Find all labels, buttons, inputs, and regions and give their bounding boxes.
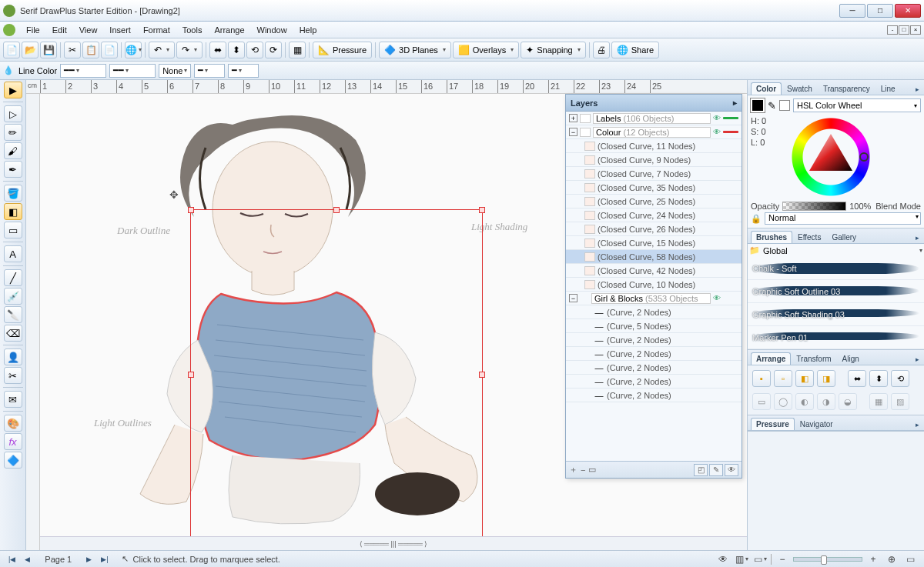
web-button[interactable]: 🌐▾	[125, 42, 142, 58]
line-weight-select[interactable]: ━━▾	[60, 64, 106, 78]
eye-icon[interactable]: 👁	[713, 128, 721, 136]
overlays-button[interactable]: 🟨 Overlays▾	[453, 42, 519, 58]
blend-mode-select[interactable]: Normal	[765, 212, 921, 225]
save-button[interactable]: 💾	[40, 42, 57, 58]
arrange-menu-arrow[interactable]: ▸	[914, 354, 921, 365]
fx-tool[interactable]: fx	[4, 433, 22, 450]
layer-edit-button[interactable]: ✎	[709, 464, 723, 476]
fill-type-swatch[interactable]	[779, 100, 790, 111]
resize-handle-tr[interactable]	[479, 207, 485, 213]
expand-icon[interactable]: +	[569, 114, 578, 122]
layer-row[interactable]: —(Curve, 5 Nodes)	[566, 319, 742, 333]
panel-collapse-icon[interactable]: ▸	[733, 98, 737, 107]
color-wheel[interactable]	[789, 115, 872, 198]
mdi-close-button[interactable]: ×	[910, 25, 921, 35]
group-button2[interactable]: ▦	[869, 393, 888, 410]
resize-handle-tm[interactable]	[333, 207, 340, 213]
intersect-button[interactable]: ◑	[817, 393, 835, 410]
line-tool[interactable]: ╱	[4, 269, 22, 286]
mdi-restore-button[interactable]: □	[899, 25, 909, 35]
fill-tool[interactable]: 🪣	[4, 185, 22, 202]
brush-item[interactable]: Chalk - Soft	[748, 257, 924, 280]
zoom-page-button[interactable]: ▭	[902, 553, 918, 565]
menu-view[interactable]: View	[73, 24, 104, 36]
maximize-button[interactable]: □	[867, 4, 893, 18]
layer-row[interactable]: —(Curve, 2 Nodes)	[566, 305, 742, 319]
eyedropper-icon[interactable]: ✎	[768, 100, 776, 112]
brush-tool[interactable]: 🖌	[4, 142, 22, 159]
copy-button[interactable]: 📋	[82, 42, 99, 58]
eye-icon[interactable]: 👁	[713, 114, 721, 122]
menu-file[interactable]: File	[20, 24, 46, 36]
panel-menu-arrow[interactable]: ▸	[914, 84, 921, 95]
union-button[interactable]: ◯	[774, 393, 792, 410]
share-button[interactable]: 🌐 Share	[611, 42, 659, 58]
zoom-out-button[interactable]: −	[775, 553, 790, 565]
line-style-select[interactable]: ━━▾	[109, 64, 156, 78]
horizontal-scrollbar[interactable]: ⟨ ═════ ||| ═════ ⟩	[40, 536, 747, 550]
send-back-button[interactable]: ◨	[817, 370, 835, 387]
node-tool[interactable]: ▷	[4, 105, 22, 122]
brush-item[interactable]: Marker Pen 01	[748, 326, 924, 349]
tab-effects[interactable]: Effects	[792, 231, 826, 243]
opacity-slider[interactable]	[782, 202, 846, 211]
exclude-button[interactable]: ◒	[839, 393, 857, 410]
layer-row[interactable]: +Labels (106 Objects)👁	[566, 112, 742, 125]
foreground-swatch[interactable]	[751, 98, 765, 112]
view-layers-button[interactable]: ▥▾	[734, 553, 749, 565]
color-mode-select[interactable]: HSL Color Wheel	[793, 98, 921, 112]
open-button[interactable]: 📂	[22, 42, 38, 58]
zoom-in-button[interactable]: +	[865, 553, 881, 565]
tab-brushes[interactable]: Brushes	[751, 231, 792, 243]
ungroup-button[interactable]: ▨	[891, 393, 909, 410]
new-button[interactable]: 📄	[3, 42, 20, 58]
view-eye-button[interactable]: 👁	[715, 553, 731, 565]
expand-icon[interactable]: −	[569, 128, 578, 136]
line-end-select[interactable]: None▾	[159, 64, 191, 78]
transparency-tool[interactable]: ◧	[4, 203, 22, 220]
layer-locate-button[interactable]: ◰	[694, 464, 708, 476]
tab-color[interactable]: Color	[751, 82, 782, 95]
person-tool[interactable]: 👤	[4, 349, 22, 365]
view-preview-button[interactable]: ▭▾	[752, 553, 768, 565]
rotate-right-button[interactable]: ⟳	[265, 42, 282, 58]
pressure-button[interactable]: 📐 Pressure	[313, 42, 372, 58]
rotate-left-button[interactable]: ⟲	[246, 42, 263, 58]
bring-front-button[interactable]: ▪	[752, 370, 771, 387]
pencil-tool[interactable]: ✏	[4, 124, 22, 141]
combine-button[interactable]: ▭	[752, 393, 771, 410]
next-page-button[interactable]: ▶	[84, 555, 94, 563]
resize-handle-tl[interactable]	[188, 207, 194, 213]
tab-arrange[interactable]: Arrange	[751, 352, 791, 365]
flip-h-button2[interactable]: ⬌	[848, 370, 866, 387]
bring-forward-button[interactable]: ▫	[774, 370, 792, 387]
eye-icon[interactable]: 👁	[713, 294, 721, 302]
layer-row[interactable]: (Closed Curve, 7 Nodes)	[566, 167, 742, 181]
tab-transform[interactable]: Transform	[791, 352, 836, 365]
lock-icon[interactable]: 🔒	[751, 214, 762, 224]
layer-row[interactable]: —(Curve, 2 Nodes)	[566, 347, 742, 361]
brush-item[interactable]: Graphic Soft Outline 03	[748, 280, 924, 303]
menu-window[interactable]: Window	[251, 24, 293, 36]
shape-tool[interactable]: ▭	[4, 222, 22, 238]
pressure-menu-arrow[interactable]: ▸	[914, 419, 921, 430]
move-icon[interactable]: ✥	[169, 188, 179, 201]
rotate-button[interactable]: ⟲	[891, 370, 909, 387]
3d-planes-button[interactable]: 🔷 3D Planes▾	[379, 42, 451, 58]
layer-row[interactable]: (Closed Curve, 42 Nodes)	[566, 264, 742, 278]
layer-row[interactable]: (Closed Curve, 9 Nodes)	[566, 153, 742, 167]
menu-tools[interactable]: Tools	[176, 24, 209, 36]
eraser-tool[interactable]: ⌫	[4, 325, 22, 342]
tab-line[interactable]: Line	[875, 82, 901, 95]
layers-panel-header[interactable]: Layers ▸	[566, 95, 742, 112]
layer-row[interactable]: (Closed Curve, 26 Nodes)	[566, 222, 742, 236]
prev-page-button[interactable]: ◀	[22, 555, 32, 563]
zoom-fit-button[interactable]: ⊕	[884, 553, 899, 565]
undo-button[interactable]: ↶▾	[149, 42, 175, 58]
flip-v-button2[interactable]: ⬍	[869, 370, 888, 387]
layer-row[interactable]: −Girl & Blocks (5353 Objects👁	[566, 292, 742, 305]
layer-row[interactable]: —(Curve, 2 Nodes)	[566, 389, 742, 402]
layer-row[interactable]: (Closed Curve, 10 Nodes)	[566, 278, 742, 292]
tab-navigator[interactable]: Navigator	[795, 418, 839, 430]
send-backward-button[interactable]: ◧	[795, 370, 814, 387]
